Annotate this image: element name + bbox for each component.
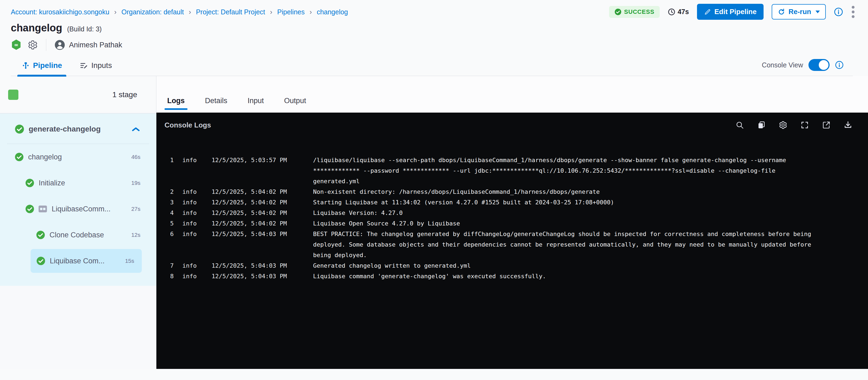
execution-sidebar: 1 stage generate-changelog changelog 4 [0, 76, 156, 369]
step-name: Clone Codebase [50, 231, 128, 239]
chevron-up-icon[interactable] [132, 126, 140, 132]
log-message: Liquibase command 'generate-changelog' w… [313, 271, 825, 282]
log-line: 7 info 12/5/2025, 5:04:03 PM Generated c… [169, 260, 868, 271]
stage-tree: generate-changelog changelog 46s Initial… [0, 113, 156, 286]
stage-count: 1 stage [112, 90, 137, 99]
duration-label: 47s [678, 8, 689, 16]
tab-inputs-label: Inputs [91, 61, 112, 70]
log-line-number: 3 [169, 197, 174, 208]
console-title: Console Logs [164, 121, 736, 129]
user-name: Animesh Pathak [69, 41, 122, 49]
view-tabbar: Pipeline Inputs Console View [11, 55, 853, 76]
step-row-liquibase-command-group[interactable]: LiquibaseComm... 27s [0, 196, 156, 222]
step-duration: 15s [125, 258, 134, 264]
breadcrumb-pipeline-name[interactable]: changelog [317, 8, 348, 16]
inputs-icon [80, 61, 88, 69]
console-view-control: Console View [762, 59, 844, 71]
log-message: BEST PRACTICE: The changelog generated b… [313, 229, 825, 260]
breadcrumb-account[interactable]: Account: kurosakiichigo.songoku [11, 8, 109, 16]
log-level: info [182, 271, 202, 282]
breadcrumb-pipelines[interactable]: Pipelines [277, 8, 305, 16]
console-view-info-icon[interactable] [835, 61, 844, 69]
console-toolbar [736, 121, 852, 129]
caret-down-icon [815, 10, 820, 13]
edit-pipeline-button[interactable]: Edit Pipeline [697, 4, 764, 20]
log-line-number: 7 [169, 260, 174, 271]
step-row-clone-codebase[interactable]: Clone Codebase 12s [0, 222, 156, 248]
log-line: 1 info 12/5/2025, 5:03:57 PM /liquibase/… [169, 155, 868, 186]
tab-logs[interactable]: Logs [164, 97, 187, 113]
status-label: SUCCESS [624, 8, 654, 16]
step-duration: 19s [131, 180, 141, 186]
log-level: info [182, 197, 202, 208]
log-line: 4 info 12/5/2025, 5:04:02 PM Liquibase V… [169, 208, 868, 218]
log-timestamp: 12/5/2025, 5:04:02 PM [212, 208, 293, 218]
log-line-number: 1 [169, 155, 174, 165]
ci-module-icon: ∞ [11, 39, 22, 51]
log-level: info [182, 260, 202, 271]
log-line-number: 6 [169, 229, 174, 239]
step-row-initialize[interactable]: Initialize 19s [0, 170, 156, 196]
step-row-changelog[interactable]: changelog 46s [0, 144, 156, 170]
breadcrumb-project[interactable]: Project: Default Project [196, 8, 265, 16]
console-log-area: 1 info 12/5/2025, 5:03:57 PM /liquibase/… [156, 138, 868, 282]
log-level: info [182, 186, 202, 197]
console-view-label: Console View [762, 61, 803, 69]
console-header: Console Logs [156, 113, 868, 138]
check-circle-icon [36, 230, 45, 239]
sidebar-empty-area [0, 286, 156, 369]
log-line: 6 info 12/5/2025, 5:04:03 PM BEST PRACTI… [169, 229, 868, 260]
log-message: Starting Liquibase at 11:34:02 (version … [313, 197, 825, 208]
rerun-label: Re-run [788, 7, 811, 16]
kebab-menu-icon[interactable] [851, 5, 855, 19]
build-id: (Build Id: 3) [67, 25, 102, 33]
search-icon[interactable] [736, 121, 744, 129]
step-row-liquibase-command-selected[interactable]: Liquibase Com... 15s [0, 248, 156, 274]
open-in-new-icon[interactable] [822, 121, 831, 129]
avatar [54, 39, 65, 50]
chevron-right-icon [270, 8, 273, 16]
stage-counter: 1 stage [0, 76, 156, 113]
log-line-number: 5 [169, 218, 174, 229]
check-circle-icon [14, 152, 24, 162]
rerun-button[interactable]: Re-run [772, 4, 826, 20]
log-line: 2 info 12/5/2025, 5:04:02 PM Non-existen… [169, 186, 868, 197]
log-line: 5 info 12/5/2025, 5:04:02 PM Liquibase O… [169, 218, 868, 229]
title-row: changelog (Build Id: 3) [11, 22, 853, 34]
copy-icon[interactable] [757, 121, 766, 129]
step-name: Liquibase Com... [50, 257, 122, 265]
tab-details[interactable]: Details [203, 97, 230, 113]
stage-status-square[interactable] [8, 90, 19, 100]
tab-pipeline[interactable]: Pipeline [17, 61, 66, 76]
fullscreen-icon[interactable] [800, 121, 809, 129]
log-timestamp: 12/5/2025, 5:04:03 PM [212, 271, 293, 282]
log-timestamp: 12/5/2025, 5:04:02 PM [212, 197, 293, 208]
log-timestamp: 12/5/2025, 5:04:02 PM [212, 218, 293, 229]
check-circle-icon [36, 256, 45, 265]
svg-text:∞: ∞ [14, 42, 18, 48]
page-title: changelog [11, 22, 62, 34]
meta-row: ∞ Animesh Pathak [11, 39, 853, 51]
tab-input[interactable]: Input [245, 97, 267, 113]
triggered-by-user: Animesh Pathak [54, 39, 122, 50]
log-line-number: 8 [169, 271, 174, 282]
info-icon[interactable] [834, 7, 843, 17]
download-icon[interactable] [844, 121, 852, 129]
step-duration: 27s [131, 206, 141, 212]
log-line-number: 4 [169, 208, 174, 218]
log-timestamp: 12/5/2025, 5:03:57 PM [212, 155, 293, 165]
log-message: Liquibase Version: 4.27.0 [313, 208, 825, 218]
gear-icon[interactable] [28, 40, 38, 50]
tab-output[interactable]: Output [281, 97, 309, 113]
build-duration: 47s [668, 8, 689, 16]
step-duration: 46s [131, 154, 141, 160]
stage-row-generate-changelog[interactable]: generate-changelog [0, 115, 156, 143]
tab-inputs[interactable]: Inputs [75, 61, 116, 76]
log-level: info [182, 218, 202, 229]
console-view-toggle[interactable] [808, 59, 830, 71]
breadcrumb-organization[interactable]: Organization: default [122, 8, 184, 16]
check-circle-icon [615, 8, 621, 16]
log-timestamp: 12/5/2025, 5:04:03 PM [212, 260, 293, 271]
settings-icon[interactable] [779, 121, 787, 129]
chevron-right-icon [189, 8, 191, 16]
